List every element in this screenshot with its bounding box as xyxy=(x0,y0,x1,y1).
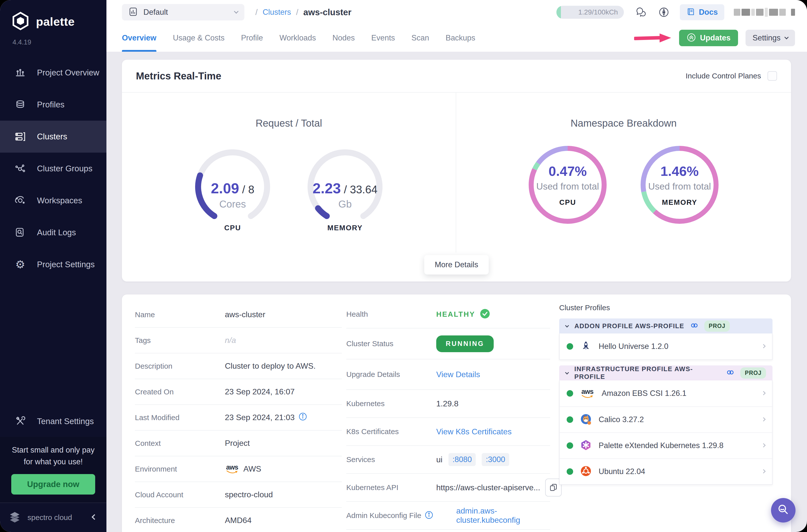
tab-overview[interactable]: Overview xyxy=(122,24,156,52)
layers-icon xyxy=(14,99,26,110)
search-assistant-fab[interactable] xyxy=(771,498,795,522)
breadcrumb: / Clusters / aws-cluster xyxy=(255,7,352,17)
proj-scope-badge: PROJ xyxy=(704,320,730,332)
sidebar-item-project-settings[interactable]: ⚙ Project Settings xyxy=(0,248,107,281)
project-selector-value: Default xyxy=(144,8,168,17)
view-k8s-certificates-link[interactable]: View K8s Certificates xyxy=(436,427,512,436)
settings-label: Settings xyxy=(753,34,781,42)
upgrade-promo: Start small and only pay for what you us… xyxy=(0,437,107,502)
service-port-8080-link[interactable]: :8080 xyxy=(449,453,476,466)
tab-profile[interactable]: Profile xyxy=(241,24,263,52)
explore-compass-icon[interactable] xyxy=(658,6,670,18)
infrastructure-profile-header[interactable]: INFRASTRUCTURE PROFILE AWS-PROFILE PROJ xyxy=(559,365,772,380)
include-control-planes-checkbox[interactable] xyxy=(768,71,777,81)
detail-row-context: Context Project xyxy=(135,431,342,456)
more-details-button[interactable]: More Details xyxy=(424,255,489,274)
profile-row-ubuntu[interactable]: Ubuntu 22.04 xyxy=(560,458,772,484)
project-scope-icon xyxy=(128,7,138,18)
status-row-cluster-status: Cluster Status RUNNING xyxy=(346,328,550,359)
orbit-icon xyxy=(14,195,26,206)
tab-workloads[interactable]: Workloads xyxy=(280,24,316,52)
view-details-link[interactable]: View Details xyxy=(436,370,480,379)
namespace-breakdown-title: Namespace Breakdown xyxy=(456,118,791,129)
sidebar-item-profiles[interactable]: Profiles xyxy=(0,89,107,121)
cpu-unit: Cores xyxy=(193,198,273,210)
status-dot xyxy=(567,343,573,350)
include-control-planes-label: Include Control Planes xyxy=(686,72,761,80)
sidebar-item-tenant-settings[interactable]: Tenant Settings xyxy=(0,406,107,437)
detail-row-architecture: Architecture AMD64 xyxy=(135,508,342,532)
info-icon[interactable] xyxy=(425,511,433,520)
general-info-column: Name aws-cluster Tags n/a Description Cl… xyxy=(135,294,342,532)
breadcrumb-clusters-link[interactable]: Clusters xyxy=(263,8,291,17)
cpu-total-value: / 8 xyxy=(242,183,254,196)
upgrade-now-button[interactable]: Upgrade now xyxy=(11,474,95,495)
book-icon xyxy=(686,7,695,17)
main-content: Metrics Real-Time Include Control Planes… xyxy=(107,52,807,532)
memory-request-value: 2.23 xyxy=(313,180,341,196)
aws-logo: aws xyxy=(580,388,595,398)
kubeconfig-download-link[interactable]: admin.aws-cluster.kubeconfig xyxy=(456,506,550,525)
used-from-total-caption: Used from total xyxy=(648,181,711,192)
sidebar-item-clusters[interactable]: Clusters xyxy=(0,121,107,153)
detail-row-tags: Tags n/a xyxy=(135,328,342,354)
memory-total-value: / 33.64 xyxy=(344,183,377,196)
sidebar-item-label: Profiles xyxy=(37,100,64,109)
proj-scope-badge: PROJ xyxy=(740,367,766,379)
link-icon xyxy=(690,321,698,330)
sidebar-item-project-overview[interactable]: Project Overview xyxy=(0,57,107,89)
cpu-used-percent: 0.47% xyxy=(548,163,587,179)
sidebar-item-label: Project Settings xyxy=(37,260,95,269)
cluster-details-card: Name aws-cluster Tags n/a Description Cl… xyxy=(122,294,791,532)
status-dot xyxy=(567,416,573,423)
app-window: palette 4.4.19 Project Overview xyxy=(0,0,807,532)
service-name: ui xyxy=(436,455,443,464)
collapse-sidebar-button[interactable] xyxy=(92,515,96,520)
request-total-section: Request / Total 2.09 / 8 xyxy=(122,93,456,252)
profile-row-calico[interactable]: Calico 3.27.2 xyxy=(560,406,772,432)
memory-used-percent: 1.46% xyxy=(660,163,698,179)
profile-row-palette-extended-kubernetes[interactable]: Palette eXtended Kubernetes 1.29.8 xyxy=(560,432,772,458)
chevron-down-icon xyxy=(565,370,569,374)
chevron-right-icon xyxy=(762,391,765,396)
sidebar-item-audit-logs[interactable]: Audit Logs xyxy=(0,216,107,248)
chevron-right-icon xyxy=(762,469,765,474)
topbar: Default / Clusters / aws-cluster 1.29/10… xyxy=(107,0,807,24)
profile-row-hello-universe[interactable]: Hello Universe 1.2.0 xyxy=(560,334,772,359)
status-row-k8s-certificates: K8s Certificates View K8s Certificates xyxy=(346,418,550,446)
tab-backups[interactable]: Backups xyxy=(446,24,475,52)
app-version: 4.4.19 xyxy=(13,38,107,46)
tab-events[interactable]: Events xyxy=(371,24,395,52)
detail-row-cloud-account: Cloud Account spectro-cloud xyxy=(135,482,342,508)
chevron-down-icon xyxy=(565,323,569,327)
info-icon[interactable] xyxy=(299,412,307,423)
updates-button[interactable]: Updates xyxy=(679,30,738,46)
service-port-3000-link[interactable]: :3000 xyxy=(482,453,509,466)
sidebar-item-cluster-groups[interactable]: Cluster Groups xyxy=(0,153,107,185)
calico-logo xyxy=(580,413,592,426)
usage-quota-value: 1.29/100kCh xyxy=(578,6,618,19)
check-circle-icon xyxy=(480,308,490,320)
cpu-gauge: 2.09 / 8 Cores CPU xyxy=(193,147,273,232)
settings-button[interactable]: Settings xyxy=(746,30,795,46)
project-selector[interactable]: Default xyxy=(122,4,244,20)
sidebar-item-label: Tenant Settings xyxy=(37,417,94,426)
tools-icon xyxy=(14,416,26,427)
user-menu-redacted[interactable] xyxy=(734,8,795,17)
request-total-title: Request / Total xyxy=(122,118,456,129)
tab-usage-costs[interactable]: Usage & Costs xyxy=(173,24,225,52)
cluster-profiles-column: Cluster Profiles ADDON PROFILE AWS-PROFI… xyxy=(559,294,772,485)
feedback-chat-icon[interactable] xyxy=(635,6,647,18)
tab-scan[interactable]: Scan xyxy=(412,24,429,52)
footer-brand: spectro cloud xyxy=(27,513,72,522)
status-row-health: Health HEALTHY xyxy=(346,301,550,328)
profile-row-amazon-ebs-csi[interactable]: aws Amazon EBS CSI 1.26.1 xyxy=(560,380,772,406)
memory-ring-label: MEMORY xyxy=(662,198,697,207)
docs-button[interactable]: Docs xyxy=(680,4,724,20)
sidebar-item-workspaces[interactable]: Workspaces xyxy=(0,185,107,216)
detail-row-last-modified: Last Modified 23 Sep 2024, 21:03 xyxy=(135,405,342,431)
tab-nodes[interactable]: Nodes xyxy=(332,24,355,52)
addon-profile-header[interactable]: ADDON PROFILE AWS-PROFILE PROJ xyxy=(559,319,772,334)
status-row-kubernetes: Kubernetes 1.29.8 xyxy=(346,390,550,418)
detail-row-description: Description Cluster to deploy to AWS. xyxy=(135,354,342,379)
